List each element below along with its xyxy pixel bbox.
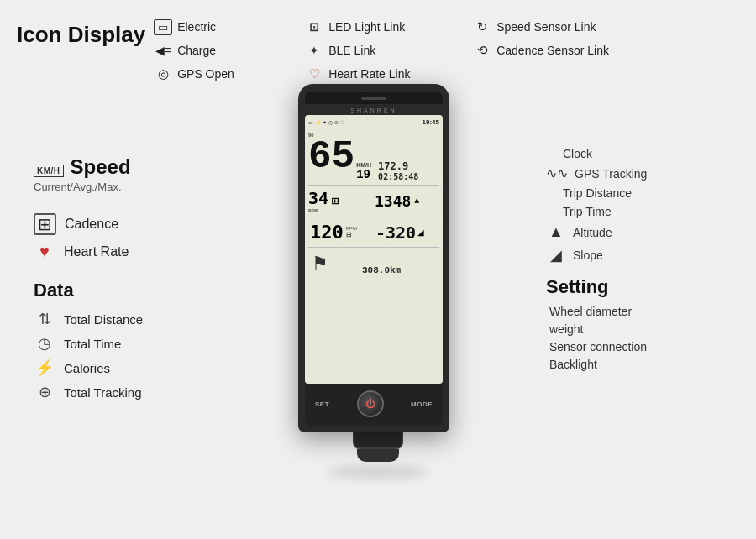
total-time-label: Total Time bbox=[64, 337, 121, 351]
screen-cadence-label: RPM bbox=[308, 208, 328, 214]
icon-display-section: Icon Display ▭ Electric ⊡ LED Light Link… bbox=[17, 15, 739, 86]
screen-time: 19:45 bbox=[423, 118, 439, 126]
screen-rpm-icon: ⊞ bbox=[346, 231, 357, 238]
speed-subtitle: Current/Avg./Max. bbox=[34, 181, 235, 193]
altitude-label: Altitude bbox=[573, 226, 612, 239]
gps-icon: ◎ bbox=[154, 66, 172, 81]
total-time-item: ◷ Total Time bbox=[34, 334, 235, 353]
calories-icon: ⚡ bbox=[34, 358, 55, 377]
kmh-label: KM/H bbox=[34, 165, 64, 177]
total-distance-icon: ⇅ bbox=[34, 310, 55, 328]
cadence-sensor-icon: ⟲ bbox=[473, 43, 491, 58]
charge-icon: ◀= bbox=[154, 44, 172, 57]
cadence-label: Cadence bbox=[65, 217, 118, 232]
total-tracking-label: Total Tracking bbox=[64, 385, 142, 400]
screen-elevation-cell: 1348 ▲ bbox=[375, 188, 439, 214]
electric-label: Electric bbox=[177, 20, 216, 34]
screen-main-speed: 65 bbox=[308, 138, 354, 176]
slope-label: Slope bbox=[573, 249, 603, 262]
screen-row3: 120 RPM ⊞ -320 ◢ bbox=[308, 217, 439, 248]
trip-distance-item: Trip Distance bbox=[546, 186, 731, 200]
ble-icon: ✦ bbox=[305, 44, 323, 57]
set-button-label[interactable]: SET bbox=[315, 400, 329, 408]
speed-label-row: KM/H Speed bbox=[34, 155, 235, 179]
cadence-sensor-item: ⊞ Cadence bbox=[34, 213, 235, 235]
power-button[interactable]: ⏻ bbox=[357, 390, 384, 417]
total-time-icon: ◷ bbox=[34, 334, 55, 353]
screen-icon-3: ✦ bbox=[323, 119, 327, 125]
device-brand: SHANREN bbox=[305, 107, 443, 113]
screen-icon-1: ▭ bbox=[308, 119, 313, 125]
screen-icon-5: ⊙ bbox=[334, 119, 339, 125]
device-shadow bbox=[328, 465, 428, 479]
cadence-icon: ⊞ bbox=[34, 213, 56, 235]
ble-label: BLE Link bbox=[328, 44, 375, 57]
led-label: LED Light Link bbox=[328, 20, 405, 34]
setting-sensor-connection: Sensor connection bbox=[546, 340, 731, 353]
screen-row-speed: 90 65 KM/H 19 172.9 02:58:48 bbox=[308, 130, 439, 186]
sensors-section: ⊞ Cadence ♥ Heart Rate bbox=[34, 213, 235, 261]
electric-icon: ▭ bbox=[154, 19, 172, 35]
screen-flag-icon: ⚑ bbox=[312, 253, 328, 275]
screen-flag-section: ⚑ 308.0km bbox=[308, 248, 439, 281]
setting-wheel-diameter: Wheel diameter bbox=[546, 305, 731, 318]
screen-flag-distance: 308.0km bbox=[362, 265, 401, 275]
screen-icon-2: ⚡ bbox=[315, 119, 321, 125]
heart-rate-link-icon: ♡ bbox=[305, 66, 323, 81]
device: SHANREN ▭ ⚡ ✦ ◷ ⊙ ♡ 19:45 bbox=[298, 84, 449, 432]
device-speaker bbox=[361, 97, 386, 100]
data-section: Data ⇅ Total Distance ◷ Total Time ⚡ Cal… bbox=[34, 280, 235, 401]
setting-title: Setting bbox=[546, 276, 731, 298]
screen-icons: ▭ ⚡ ✦ ◷ ⊙ ♡ bbox=[308, 119, 344, 125]
trip-time-label: Trip Time bbox=[563, 205, 612, 218]
trip-time-item: Trip Time bbox=[546, 205, 731, 218]
icon-item-cadence-sensor: ⟲ Cadence Sensor Link bbox=[473, 39, 675, 62]
screen-right-stats: 172.9 02:58:48 bbox=[378, 160, 418, 181]
device-screen: ▭ ⚡ ✦ ◷ ⊙ ♡ 19:45 90 65 bbox=[305, 115, 443, 384]
icon-display-grid: ▭ Electric ⊡ LED Light Link ↻ Speed Sens… bbox=[154, 15, 675, 86]
calories-label: Calories bbox=[64, 361, 110, 375]
slope-item: ◢ Slope bbox=[546, 246, 731, 264]
calories-item: ⚡ Calories bbox=[34, 358, 235, 377]
gps-label: GPS Open bbox=[177, 67, 234, 81]
device-mount-bottom bbox=[357, 449, 399, 462]
icon-display-title: Icon Display bbox=[17, 15, 145, 48]
screen-row2: 34 RPM ⊞ 1348 ▲ bbox=[308, 186, 439, 217]
icon-item-electric: ▭ Electric bbox=[154, 15, 305, 39]
icon-item-gps: ◎ GPS Open bbox=[154, 62, 305, 86]
screen-elevation-value: 1348 bbox=[375, 192, 411, 210]
left-panel: KM/H Speed Current/Avg./Max. ⊞ Cadence ♥… bbox=[34, 155, 235, 407]
speed-sensor-icon: ↻ bbox=[473, 19, 491, 34]
screen-distance: 172.9 bbox=[378, 160, 418, 172]
speed-section: KM/H Speed Current/Avg./Max. bbox=[34, 155, 235, 193]
screen-val-120: 120 bbox=[310, 222, 344, 243]
led-icon: ⊡ bbox=[305, 20, 323, 34]
screen-sub-speed: 19 bbox=[356, 168, 371, 181]
total-tracking-icon: ⊕ bbox=[34, 383, 55, 401]
empty-icon-slot bbox=[473, 62, 675, 86]
screen-neg-icon: ◢ bbox=[417, 228, 424, 237]
icon-item-heart-rate-link: ♡ Heart Rate Link bbox=[305, 62, 473, 86]
gps-tracking-label: GPS Tracking bbox=[575, 167, 647, 181]
heart-rate-icon: ♥ bbox=[34, 242, 55, 261]
device-bottom: SET ⏻ MODE bbox=[305, 384, 443, 426]
screen-icon-4: ◷ bbox=[328, 119, 333, 125]
trip-distance-label: Trip Distance bbox=[563, 186, 632, 200]
altitude-icon: ▲ bbox=[546, 223, 566, 241]
data-section-title: Data bbox=[34, 280, 235, 301]
slope-icon: ◢ bbox=[546, 246, 566, 264]
right-panel: Clock ∿∿ GPS Tracking Trip Distance Trip… bbox=[546, 147, 731, 375]
page: Icon Display ▭ Electric ⊡ LED Light Link… bbox=[0, 0, 756, 539]
mode-button-label[interactable]: MODE bbox=[411, 400, 433, 408]
total-distance-label: Total Distance bbox=[64, 312, 143, 327]
clock-label: Clock bbox=[563, 147, 592, 160]
clock-item: Clock bbox=[546, 147, 731, 160]
speed-title: Speed bbox=[71, 155, 131, 179]
setting-backlight: Backlight bbox=[546, 358, 731, 371]
speed-sensor-label: Speed Sensor Link bbox=[496, 20, 596, 34]
icon-item-charge: ◀= Charge bbox=[154, 39, 305, 62]
total-tracking-item: ⊕ Total Tracking bbox=[34, 383, 235, 401]
charge-label: Charge bbox=[177, 44, 216, 57]
screen-cadence-icon: ⊞ bbox=[332, 194, 339, 208]
icon-item-ble: ✦ BLE Link bbox=[305, 39, 473, 62]
